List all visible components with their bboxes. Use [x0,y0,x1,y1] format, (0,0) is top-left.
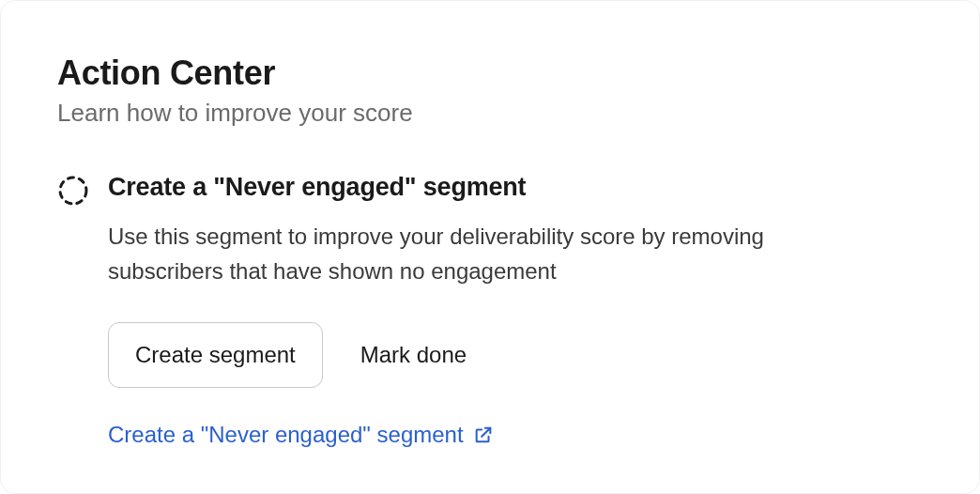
page-title: Action Center [57,54,923,93]
action-item: Create a "Never engaged" segment Use thi… [57,173,923,448]
page-subtitle: Learn how to improve your score [57,99,923,128]
external-link-icon [473,425,494,445]
action-buttons: Create segment Mark done [108,322,923,388]
incomplete-status-icon [57,175,89,207]
create-segment-button[interactable]: Create segment [108,322,323,388]
mark-done-button[interactable]: Mark done [360,342,467,368]
create-segment-link[interactable]: Create a "Never engaged" segment [108,422,494,448]
svg-point-0 [60,178,86,204]
action-content: Create a "Never engaged" segment Use thi… [108,173,923,448]
action-description: Use this segment to improve your deliver… [108,219,840,288]
action-center-card: Action Center Learn how to improve your … [0,0,980,494]
action-title: Create a "Never engaged" segment [108,173,923,202]
link-label: Create a "Never engaged" segment [108,422,464,448]
